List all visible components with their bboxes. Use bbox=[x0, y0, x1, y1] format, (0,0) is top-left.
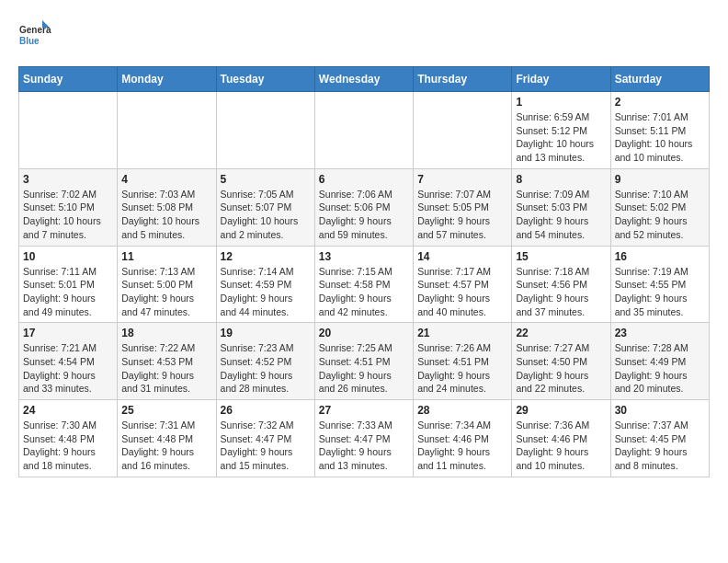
day-info: Sunrise: 7:31 AM Sunset: 4:48 PM Dayligh… bbox=[121, 419, 211, 473]
day-info: Sunrise: 7:01 AM Sunset: 5:11 PM Dayligh… bbox=[615, 110, 705, 165]
day-number: 9 bbox=[615, 173, 705, 186]
calendar-cell bbox=[118, 92, 216, 169]
calendar-cell: 15Sunrise: 7:18 AM Sunset: 4:56 PM Dayli… bbox=[512, 246, 610, 323]
day-number: 21 bbox=[417, 327, 507, 339]
calendar-cell: 17Sunrise: 7:21 AM Sunset: 4:54 PM Dayli… bbox=[19, 323, 118, 400]
day-info: Sunrise: 7:14 AM Sunset: 4:59 PM Dayligh… bbox=[221, 265, 311, 319]
calendar-cell: 26Sunrise: 7:32 AM Sunset: 4:47 PM Dayli… bbox=[216, 400, 314, 477]
calendar-cell: 5Sunrise: 7:05 AM Sunset: 5:07 PM Daylig… bbox=[216, 168, 314, 246]
day-number: 7 bbox=[417, 173, 507, 186]
calendar-body: 1Sunrise: 6:59 AM Sunset: 5:12 PM Daylig… bbox=[19, 92, 710, 477]
day-number: 8 bbox=[516, 173, 606, 186]
day-number: 16 bbox=[615, 250, 705, 263]
calendar-cell: 12Sunrise: 7:14 AM Sunset: 4:59 PM Dayli… bbox=[216, 246, 314, 323]
svg-marker-3 bbox=[42, 20, 50, 28]
svg-rect-0 bbox=[18, 18, 51, 52]
logo: General Blue bbox=[18, 18, 51, 52]
day-info: Sunrise: 7:05 AM Sunset: 5:07 PM Dayligh… bbox=[221, 188, 311, 242]
day-number: 10 bbox=[23, 250, 113, 263]
weekday-header: Friday bbox=[512, 67, 610, 92]
calendar-cell: 25Sunrise: 7:31 AM Sunset: 4:48 PM Dayli… bbox=[118, 400, 216, 477]
day-info: Sunrise: 7:32 AM Sunset: 4:47 PM Dayligh… bbox=[221, 419, 311, 473]
day-number: 22 bbox=[516, 327, 606, 339]
day-info: Sunrise: 7:21 AM Sunset: 4:54 PM Dayligh… bbox=[23, 341, 113, 396]
day-number: 6 bbox=[319, 173, 409, 186]
day-number: 27 bbox=[319, 404, 409, 417]
calendar-week-row: 3Sunrise: 7:02 AM Sunset: 5:10 PM Daylig… bbox=[19, 168, 710, 246]
day-info: Sunrise: 7:36 AM Sunset: 4:46 PM Dayligh… bbox=[516, 419, 606, 473]
calendar-header: SundayMondayTuesdayWednesdayThursdayFrid… bbox=[19, 67, 710, 92]
day-info: Sunrise: 7:09 AM Sunset: 5:03 PM Dayligh… bbox=[516, 188, 606, 242]
day-number: 15 bbox=[516, 250, 606, 263]
weekday-header: Saturday bbox=[610, 67, 709, 92]
day-info: Sunrise: 7:15 AM Sunset: 4:58 PM Dayligh… bbox=[319, 265, 409, 319]
day-number: 24 bbox=[23, 404, 113, 417]
day-number: 17 bbox=[23, 327, 113, 339]
day-info: Sunrise: 7:17 AM Sunset: 4:57 PM Dayligh… bbox=[417, 265, 507, 319]
calendar-cell: 13Sunrise: 7:15 AM Sunset: 4:58 PM Dayli… bbox=[314, 246, 413, 323]
day-info: Sunrise: 7:07 AM Sunset: 5:05 PM Dayligh… bbox=[417, 188, 507, 242]
weekday-header: Wednesday bbox=[314, 67, 413, 92]
day-number: 3 bbox=[23, 173, 113, 186]
calendar-cell: 3Sunrise: 7:02 AM Sunset: 5:10 PM Daylig… bbox=[19, 168, 118, 246]
day-number: 11 bbox=[121, 250, 211, 263]
day-info: Sunrise: 7:06 AM Sunset: 5:06 PM Dayligh… bbox=[319, 188, 409, 242]
calendar-cell: 18Sunrise: 7:22 AM Sunset: 4:53 PM Dayli… bbox=[118, 323, 216, 400]
calendar-cell: 19Sunrise: 7:23 AM Sunset: 4:52 PM Dayli… bbox=[216, 323, 314, 400]
calendar-cell: 6Sunrise: 7:06 AM Sunset: 5:06 PM Daylig… bbox=[314, 168, 413, 246]
day-info: Sunrise: 7:18 AM Sunset: 4:56 PM Dayligh… bbox=[516, 265, 606, 319]
day-number: 13 bbox=[319, 250, 409, 263]
calendar-week-row: 1Sunrise: 6:59 AM Sunset: 5:12 PM Daylig… bbox=[19, 92, 710, 169]
day-info: Sunrise: 7:28 AM Sunset: 4:49 PM Dayligh… bbox=[615, 341, 705, 396]
day-number: 29 bbox=[516, 404, 606, 417]
day-info: Sunrise: 7:03 AM Sunset: 5:08 PM Dayligh… bbox=[121, 188, 211, 242]
weekday-header: Monday bbox=[118, 67, 216, 92]
day-info: Sunrise: 7:27 AM Sunset: 4:50 PM Dayligh… bbox=[516, 341, 606, 396]
calendar-cell: 30Sunrise: 7:37 AM Sunset: 4:45 PM Dayli… bbox=[610, 400, 709, 477]
day-number: 4 bbox=[121, 173, 211, 186]
calendar-cell: 27Sunrise: 7:33 AM Sunset: 4:47 PM Dayli… bbox=[314, 400, 413, 477]
day-info: Sunrise: 7:33 AM Sunset: 4:47 PM Dayligh… bbox=[319, 419, 409, 473]
calendar-cell: 22Sunrise: 7:27 AM Sunset: 4:50 PM Dayli… bbox=[512, 323, 610, 400]
day-number: 23 bbox=[615, 327, 705, 339]
calendar-cell: 8Sunrise: 7:09 AM Sunset: 5:03 PM Daylig… bbox=[512, 168, 610, 246]
day-number: 1 bbox=[516, 96, 606, 109]
calendar-cell: 16Sunrise: 7:19 AM Sunset: 4:55 PM Dayli… bbox=[610, 246, 709, 323]
day-info: Sunrise: 7:26 AM Sunset: 4:51 PM Dayligh… bbox=[417, 341, 507, 396]
weekday-header: Sunday bbox=[19, 67, 118, 92]
calendar-cell: 10Sunrise: 7:11 AM Sunset: 5:01 PM Dayli… bbox=[19, 246, 118, 323]
calendar-header-row: SundayMondayTuesdayWednesdayThursdayFrid… bbox=[19, 67, 710, 92]
svg-text:Blue: Blue bbox=[19, 36, 40, 46]
calendar-cell: 4Sunrise: 7:03 AM Sunset: 5:08 PM Daylig… bbox=[118, 168, 216, 246]
day-info: Sunrise: 6:59 AM Sunset: 5:12 PM Dayligh… bbox=[516, 110, 606, 165]
logo-icon: General Blue bbox=[18, 18, 51, 52]
calendar-cell: 21Sunrise: 7:26 AM Sunset: 4:51 PM Dayli… bbox=[414, 323, 512, 400]
calendar-cell bbox=[216, 92, 314, 169]
weekday-header: Tuesday bbox=[216, 67, 314, 92]
calendar-cell bbox=[314, 92, 413, 169]
calendar-cell: 23Sunrise: 7:28 AM Sunset: 4:49 PM Dayli… bbox=[610, 323, 709, 400]
calendar-week-row: 17Sunrise: 7:21 AM Sunset: 4:54 PM Dayli… bbox=[19, 323, 710, 400]
calendar-week-row: 24Sunrise: 7:30 AM Sunset: 4:48 PM Dayli… bbox=[19, 400, 710, 477]
day-number: 30 bbox=[615, 404, 705, 417]
day-info: Sunrise: 7:22 AM Sunset: 4:53 PM Dayligh… bbox=[121, 341, 211, 396]
calendar-cell: 9Sunrise: 7:10 AM Sunset: 5:02 PM Daylig… bbox=[610, 168, 709, 246]
day-info: Sunrise: 7:02 AM Sunset: 5:10 PM Dayligh… bbox=[23, 188, 113, 242]
weekday-header: Thursday bbox=[414, 67, 512, 92]
calendar-cell: 24Sunrise: 7:30 AM Sunset: 4:48 PM Dayli… bbox=[19, 400, 118, 477]
day-info: Sunrise: 7:25 AM Sunset: 4:51 PM Dayligh… bbox=[319, 341, 409, 396]
calendar-cell: 28Sunrise: 7:34 AM Sunset: 4:46 PM Dayli… bbox=[414, 400, 512, 477]
calendar-cell: 7Sunrise: 7:07 AM Sunset: 5:05 PM Daylig… bbox=[414, 168, 512, 246]
day-info: Sunrise: 7:37 AM Sunset: 4:45 PM Dayligh… bbox=[615, 419, 705, 473]
day-info: Sunrise: 7:34 AM Sunset: 4:46 PM Dayligh… bbox=[417, 419, 507, 473]
calendar-cell: 1Sunrise: 6:59 AM Sunset: 5:12 PM Daylig… bbox=[512, 92, 610, 169]
page-header: General Blue bbox=[18, 18, 710, 52]
day-number: 25 bbox=[121, 404, 211, 417]
day-number: 28 bbox=[417, 404, 507, 417]
day-number: 5 bbox=[221, 173, 311, 186]
calendar-cell: 29Sunrise: 7:36 AM Sunset: 4:46 PM Dayli… bbox=[512, 400, 610, 477]
calendar-cell bbox=[19, 92, 118, 169]
calendar-cell: 20Sunrise: 7:25 AM Sunset: 4:51 PM Dayli… bbox=[314, 323, 413, 400]
calendar-cell: 14Sunrise: 7:17 AM Sunset: 4:57 PM Dayli… bbox=[414, 246, 512, 323]
day-number: 26 bbox=[221, 404, 311, 417]
